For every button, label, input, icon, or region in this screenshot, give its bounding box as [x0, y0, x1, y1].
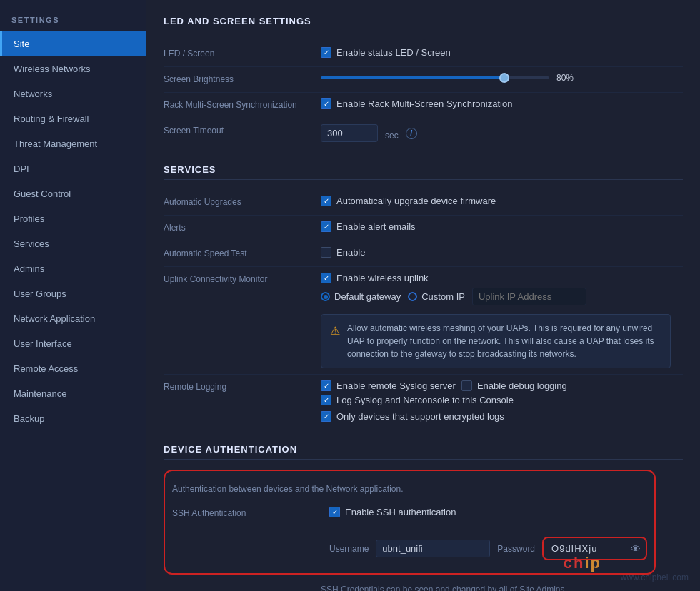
screen-timeout-control: sec i — [321, 124, 683, 142]
custom-ip-radio[interactable] — [408, 292, 417, 301]
chip-c: c — [564, 555, 572, 571]
speed-test-control: Enable — [321, 247, 683, 258]
auto-upgrades-checkbox[interactable]: ✓ — [321, 196, 331, 206]
sidebar-item-services[interactable]: Services — [0, 231, 146, 256]
brightness-slider-fill — [321, 76, 504, 79]
remote-syslog-checkbox-row[interactable]: ✓ Enable remote Syslog server — [321, 380, 456, 391]
device-auth-section-header: DEVICE AUTHENTICATION — [164, 444, 683, 460]
auto-upgrades-checkbox-row[interactable]: ✓ Automatically upgrade device firmware — [321, 196, 496, 206]
chip-hell-logo: c h i p — [564, 555, 600, 571]
auto-upgrades-checkbox-label: Automatically upgrade device firmware — [336, 196, 496, 206]
screen-timeout-label: Screen Timeout — [164, 124, 321, 136]
alerts-control: ✓ Enable alert emails — [321, 221, 683, 232]
eye-icon[interactable]: 👁 — [628, 542, 644, 556]
auto-upgrades-checkmark: ✓ — [324, 197, 329, 205]
debug-logging-checkbox-row[interactable]: Enable debug logging — [461, 380, 567, 391]
sidebar-item-threat-management[interactable]: Threat Management — [0, 131, 146, 156]
auth-description: Authentication between devices and the N… — [172, 478, 647, 501]
alerts-label: Alerts — [164, 221, 321, 233]
remote-logging-row: Remote Logging ✓ Enable remote Syslog se… — [164, 375, 683, 428]
rack-sync-row: Rack Multi-Screen Synchronization ✓ Enab… — [164, 93, 683, 118]
sidebar-item-backup[interactable]: Backup — [0, 406, 146, 431]
warning-text: Allow automatic wireless meshing of your… — [347, 322, 661, 360]
remote-syslog-checkmark: ✓ — [324, 382, 329, 390]
username-input[interactable] — [376, 540, 490, 557]
alerts-checkbox[interactable]: ✓ — [321, 221, 331, 232]
ssh-auth-checkbox-row[interactable]: ✓ Enable SSH authentication — [329, 507, 456, 517]
uplink-checkmark: ✓ — [324, 274, 329, 282]
warning-icon: ⚠ — [330, 323, 340, 340]
screen-brightness-row: Screen Brightness 80% — [164, 67, 683, 93]
brightness-slider-container: 80% — [321, 73, 683, 83]
log-syslog-checkbox-row[interactable]: ✓ Log Syslog and Netconsole to this Cons… — [321, 395, 514, 405]
sidebar-item-dpi[interactable]: DPI — [0, 156, 146, 181]
sidebar-item-remote-access[interactable]: Remote Access — [0, 356, 146, 381]
rack-sync-checkbox-row[interactable]: ✓ Enable Rack Multi-Screen Synchronizati… — [321, 98, 512, 109]
sidebar-item-networks[interactable]: Networks — [0, 81, 146, 106]
uplink-checkbox[interactable]: ✓ — [321, 273, 331, 283]
uplink-checkbox-row[interactable]: ✓ Enable wireless uplink — [321, 273, 671, 283]
services-section-header: SERVICES — [164, 164, 683, 180]
sidebar-item-routing-firewall[interactable]: Routing & Firewall — [0, 106, 146, 131]
chip-p: p — [591, 555, 600, 571]
auto-upgrades-row: Automatic Upgrades ✓ Automatically upgra… — [164, 190, 683, 216]
sidebar-item-wireless-networks[interactable]: Wireless Networks — [0, 56, 146, 81]
uplink-ip-input[interactable] — [472, 288, 586, 305]
speed-test-label: Automatic Speed Test — [164, 247, 321, 258]
alerts-checkbox-row[interactable]: ✓ Enable alert emails — [321, 221, 416, 232]
radio-dot — [324, 295, 328, 299]
screen-timeout-input[interactable] — [321, 124, 378, 142]
sidebar-item-user-interface[interactable]: User Interface — [0, 331, 146, 356]
led-screen-checkbox[interactable]: ✓ — [321, 47, 331, 58]
speed-test-checkbox[interactable] — [321, 247, 331, 258]
led-screen-control: ✓ Enable status LED / Screen — [321, 47, 683, 58]
brightness-slider-thumb[interactable] — [499, 73, 509, 83]
only-devices-checkmark: ✓ — [324, 413, 329, 420]
speed-test-checkbox-row[interactable]: Enable — [321, 247, 365, 258]
screen-timeout-unit: sec — [385, 126, 399, 141]
remote-logging-section: ✓ Enable remote Syslog server Enable deb… — [321, 380, 683, 422]
main-content: LED AND SCREEN SETTINGS LED / Screen ✓ E… — [146, 0, 700, 591]
rack-sync-control: ✓ Enable Rack Multi-Screen Synchronizati… — [321, 98, 683, 109]
log-syslog-checkbox[interactable]: ✓ — [321, 395, 331, 405]
remote-syslog-checkbox[interactable]: ✓ — [321, 380, 331, 391]
custom-ip-radio-row[interactable]: Custom IP — [408, 291, 465, 302]
screen-timeout-info-icon[interactable]: i — [406, 128, 417, 139]
brightness-slider-track[interactable] — [321, 76, 549, 79]
alerts-checkbox-label: Enable alert emails — [336, 221, 416, 232]
sidebar-item-admins[interactable]: Admins — [0, 256, 146, 281]
debug-logging-checkbox[interactable] — [461, 380, 472, 391]
led-screen-checkbox-row[interactable]: ✓ Enable status LED / Screen — [321, 47, 451, 58]
chip-h: h — [574, 555, 583, 571]
uplink-section: ✓ Enable wireless uplink Default gateway… — [321, 273, 671, 368]
password-label: Password — [497, 544, 535, 554]
auto-upgrades-control: ✓ Automatically upgrade device firmware — [321, 196, 683, 206]
remote-logging-control: ✓ Enable remote Syslog server Enable deb… — [321, 380, 683, 422]
rack-sync-checkbox[interactable]: ✓ — [321, 98, 331, 109]
sidebar-item-user-groups[interactable]: User Groups — [0, 281, 146, 306]
watermark: www.chiphell.com — [621, 572, 689, 582]
sidebar-item-guest-control[interactable]: Guest Control — [0, 181, 146, 206]
sidebar-item-maintenance[interactable]: Maintenance — [0, 381, 146, 406]
ssh-auth-label: SSH Authentication — [172, 507, 329, 518]
sidebar-item-profiles[interactable]: Profiles — [0, 206, 146, 231]
sidebar-title: SETTINGS — [0, 7, 146, 31]
screen-brightness-control: 80% — [321, 73, 683, 83]
only-devices-checkbox-row[interactable]: ✓ Only devices that support encrypted lo… — [321, 411, 504, 422]
led-screen-checkbox-label: Enable status LED / Screen — [336, 47, 451, 58]
rack-sync-checkbox-label: Enable Rack Multi-Screen Synchronization — [336, 98, 512, 109]
sidebar-item-site[interactable]: Site — [0, 31, 146, 56]
uplink-checkbox-label: Enable wireless uplink — [336, 273, 429, 283]
uplink-control: ✓ Enable wireless uplink Default gateway… — [321, 273, 683, 368]
default-gateway-radio-row[interactable]: Default gateway — [321, 291, 401, 302]
ssh-auth-checkbox[interactable]: ✓ — [329, 507, 340, 517]
remote-syslog-label: Enable remote Syslog server — [336, 380, 456, 391]
only-devices-label: Only devices that support encrypted logs — [336, 411, 504, 422]
default-gateway-radio[interactable] — [321, 292, 330, 301]
only-devices-checkbox[interactable]: ✓ — [321, 411, 331, 422]
led-screen-checkmark: ✓ — [324, 49, 329, 56]
speed-test-row: Automatic Speed Test Enable — [164, 241, 683, 267]
sidebar-item-network-application[interactable]: Network Application — [0, 306, 146, 331]
uplink-label: Uplink Connectivity Monitor — [164, 273, 321, 284]
ssh-auth-row: SSH Authentication ✓ Enable SSH authenti… — [172, 501, 647, 527]
